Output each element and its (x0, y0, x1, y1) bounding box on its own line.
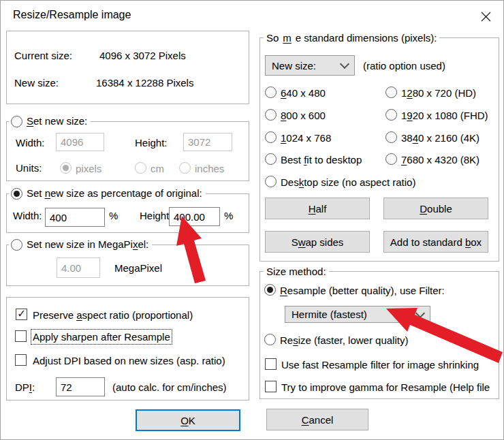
half-button-label: Half (309, 203, 327, 215)
improve-gamma-label[interactable]: Try to improve gamma for Resample (Help … (281, 381, 490, 393)
radio-desktop-size[interactable] (265, 176, 277, 187)
radio-best-fit[interactable] (265, 153, 277, 165)
radio-7680x4320-label[interactable]: 7680 x 4320 (8K) (401, 154, 479, 166)
double-button-label: Double (420, 203, 452, 215)
improve-gamma-checkbox[interactable]: ✓ (265, 381, 277, 392)
megapixel-unit-label: MegaPixel (114, 262, 162, 274)
new-size-label: New size: (14, 77, 59, 89)
check-icon: ✓ (17, 307, 26, 320)
set-new-size-radio[interactable] (11, 116, 22, 127)
chevron-down-icon (415, 308, 425, 317)
radio-1920x1080-label[interactable]: 1920 x 1080 (FHD) (401, 110, 488, 121)
radio-800x600-label[interactable]: 800 x 600 (281, 110, 326, 121)
percentage-option[interactable]: Set new size as percentage of original: (9, 186, 206, 201)
filter-dropdown[interactable]: Hermite (fastest) (285, 306, 430, 323)
preserve-aspect-checkbox[interactable]: ✓ (16, 309, 27, 320)
new-size-value: 16384 x 12288 Pixels (96, 77, 193, 89)
units-inches-label: inches (195, 163, 224, 174)
dpi-label: DPI: (15, 381, 35, 393)
apply-sharpen-checkbox[interactable]: ✓ (15, 330, 27, 342)
radio-7680x4320[interactable] (385, 153, 397, 165)
percent-height-label: Height: (140, 210, 172, 221)
close-icon (481, 12, 491, 22)
width-label: Width: (16, 137, 45, 148)
megapixel-radio[interactable] (11, 239, 22, 251)
dialog-title: Resize/Resample image (13, 8, 131, 22)
cancel-button[interactable]: Cancel (266, 409, 368, 430)
standard-dimensions-legend: Some standard dimensions (pixels): (264, 32, 439, 44)
fast-resample-checkbox[interactable]: ✓ (265, 358, 277, 370)
set-new-size-label: Set new size: (27, 114, 87, 129)
percentage-label: Set new size as percentage of original: (27, 186, 202, 201)
height-input (183, 133, 232, 151)
resample-label[interactable]: Resample (better quality), use Filter: (280, 285, 445, 296)
percent-sign-2: % (224, 210, 233, 221)
radio-1024x768-label[interactable]: 1024 x 768 (281, 132, 331, 144)
units-inches-radio (179, 162, 191, 174)
current-size-label: Current size: (14, 50, 72, 61)
ok-button[interactable]: OK (136, 409, 240, 431)
width-input (56, 133, 104, 151)
filter-dropdown-value: Hermite (fastest) (292, 309, 367, 320)
ok-button-label: OK (180, 415, 195, 426)
size-info-group (6, 31, 249, 104)
units-cm-label: cm (151, 163, 164, 174)
size-method-legend: Size method: (264, 266, 329, 277)
megapixel-option[interactable]: Set new size in MegaPixel: (9, 237, 152, 252)
standard-size-dropdown-value: New size: (272, 60, 316, 72)
adjust-dpi-checkbox[interactable]: ✓ (15, 354, 27, 366)
percent-height-input[interactable] (169, 207, 220, 226)
dpi-note: (auto calc. for cm/inches) (112, 381, 227, 393)
units-pixels-radio (60, 162, 72, 174)
percent-width-label: Width: (13, 210, 42, 221)
fast-resample-label[interactable]: Use fast Resample filter for image shrin… (281, 359, 479, 371)
percent-sign: % (109, 210, 118, 221)
current-size-value: 4096 x 3072 Pixels (99, 50, 186, 61)
percentage-radio[interactable] (11, 188, 22, 200)
resize-label[interactable]: Resize (faster, lower quality) (280, 334, 408, 346)
cancel-button-label: Cancel (302, 414, 334, 426)
units-cm-radio (135, 162, 146, 174)
radio-1280x720-label[interactable]: 1280 x 720 (HD) (401, 87, 476, 99)
resize-radio[interactable] (264, 334, 276, 345)
ratio-option-note: (ratio option used) (363, 60, 445, 72)
chevron-down-icon (340, 59, 349, 69)
radio-800x600[interactable] (265, 109, 277, 121)
radio-3840x2160-label[interactable]: 3840 x 2160 (4K) (401, 132, 479, 144)
radio-1920x1080[interactable] (385, 109, 397, 121)
resample-radio[interactable] (264, 284, 276, 296)
radio-best-fit-label[interactable]: Best fit to desktop (281, 154, 362, 166)
units-label: Units: (16, 162, 42, 174)
radio-640x480-label[interactable]: 640 x 480 (281, 87, 326, 99)
swap-sides-button[interactable]: Swap sides (265, 231, 370, 253)
close-button[interactable] (476, 7, 495, 25)
set-new-size-option[interactable]: Set new size: (9, 114, 91, 129)
radio-640x480[interactable] (265, 87, 277, 98)
apply-sharpen-label[interactable]: Apply sharpen after Resample (33, 331, 170, 343)
units-pixels-label: pixels (76, 163, 101, 174)
percent-width-input[interactable] (45, 208, 105, 227)
megapixel-input (57, 257, 100, 278)
height-label: Height: (135, 137, 168, 148)
swap-sides-button-label: Swap sides (292, 236, 344, 248)
radio-3840x2160[interactable] (385, 131, 397, 143)
add-to-standard-box-button[interactable]: Add to standard box (383, 231, 488, 253)
preserve-aspect-label[interactable]: Preserve aspect ratio (proportional) (33, 309, 193, 321)
half-button[interactable]: Half (265, 198, 370, 219)
megapixel-label: Set new size in MegaPixel: (27, 237, 148, 252)
double-button[interactable]: Double (383, 198, 488, 219)
resize-resample-dialog: Resize/Resample image Current size: 4096… (0, 0, 504, 440)
standard-size-dropdown[interactable]: New size: (265, 55, 355, 76)
add-to-standard-box-button-label: Add to standard box (390, 236, 482, 248)
radio-desktop-size-label[interactable]: Desktop size (no aspect ratio) (281, 176, 415, 188)
adjust-dpi-label[interactable]: Adjust DPI based on new sizes (asp. rati… (33, 355, 225, 366)
radio-1024x768[interactable] (265, 131, 277, 143)
radio-1280x720[interactable] (385, 87, 397, 98)
dpi-input[interactable] (56, 377, 105, 396)
